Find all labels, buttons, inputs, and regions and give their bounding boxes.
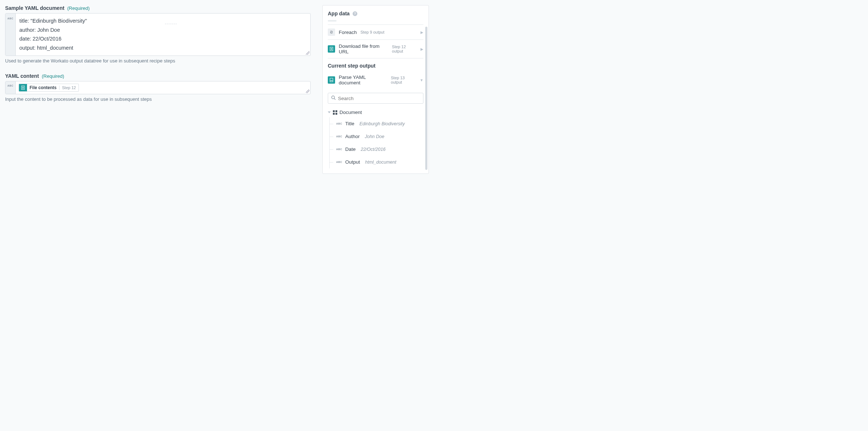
leaf-name: Author [345, 134, 360, 139]
parse-yaml-title: Parse YAML document [339, 75, 387, 85]
required-tag: (Required) [67, 5, 89, 11]
svg-line-11 [334, 99, 336, 100]
tree-root-label: Document [339, 110, 362, 115]
foreach-step: Step 9 output [361, 30, 384, 34]
abc-type-icon: ABC [5, 14, 16, 56]
file-contents-pill[interactable]: File contents Step 12 [19, 84, 79, 92]
app-data-header: App data [328, 11, 350, 16]
yaml-content-help: Input the content to be processed as dat… [5, 96, 311, 102]
parse-yaml-step: Step 13 output [391, 76, 416, 84]
resize-handle-icon[interactable] [306, 89, 310, 93]
leaf-value: html_document [365, 160, 396, 165]
download-file-title: Download file from URL [339, 43, 388, 54]
abc-type-icon: ABC [336, 161, 342, 163]
search-icon [331, 95, 336, 101]
object-icon [333, 110, 337, 115]
leaf-value: Edinburgh Biodiversity [360, 121, 405, 126]
tree-leaf-author[interactable]: ABC Author John Doe [332, 130, 423, 143]
tree-leaf-output[interactable]: ABC Output html_document [332, 156, 423, 168]
abc-type-icon: ABC [336, 122, 342, 125]
scrollbar[interactable] [425, 27, 427, 170]
leaf-name: Output [345, 159, 360, 165]
sample-yaml-help: Used to generate the Workato output data… [5, 58, 311, 64]
abc-type-icon: ABC [336, 135, 342, 138]
download-file-step: Step 12 output [392, 45, 417, 53]
yaml-content-label: YAML content (Required) [5, 73, 311, 79]
svg-point-10 [332, 96, 335, 99]
tree-leaf-title[interactable]: ABC Title Edinburgh Biodiversity [332, 117, 423, 130]
loop-icon [328, 28, 335, 36]
skeleton-bar [328, 20, 337, 22]
tree-leaf-date[interactable]: ABC Date 22/Oct/2016 [332, 143, 423, 156]
abc-type-icon: ABC [5, 81, 16, 94]
sample-yaml-input-row[interactable]: ABC [5, 13, 311, 56]
file-icon [19, 84, 27, 92]
current-step-header: Current step output [328, 63, 423, 69]
svg-text:YAML: YAML [330, 80, 333, 81]
tree-root-document[interactable]: Document [328, 108, 423, 117]
leaf-name: Date [345, 146, 356, 152]
leaf-value: 22/Oct/2016 [361, 147, 385, 152]
parse-yaml-row[interactable]: YAML Parse YAML document Step 13 output … [328, 71, 423, 89]
pill-label: File contents [27, 85, 59, 90]
connector-line [165, 24, 177, 24]
leaf-value: John Doe [365, 134, 384, 139]
file-icon [328, 45, 335, 53]
chevron-right-icon: ▶ [420, 47, 423, 51]
sample-yaml-label: Sample YAML document (Required) [5, 5, 311, 11]
chevron-down-icon [328, 111, 331, 113]
search-row[interactable] [328, 93, 423, 104]
yaml-icon: YAML [328, 76, 335, 84]
search-input[interactable] [338, 96, 420, 101]
yaml-content-input-row[interactable]: ABC File contents Step 12 [5, 81, 311, 94]
leaf-name: Title [345, 121, 354, 126]
chevron-right-icon: ▶ [420, 30, 423, 34]
sample-yaml-textarea[interactable] [16, 14, 310, 56]
foreach-title: Foreach [339, 30, 357, 35]
foreach-row[interactable]: Foreach Step 9 output ▶ [328, 25, 423, 39]
required-tag: (Required) [42, 73, 64, 79]
app-data-panel: App data ? Foreach Step 9 output ▶ Downl… [322, 5, 429, 174]
help-icon[interactable]: ? [353, 11, 357, 16]
download-file-row[interactable]: Download file from URL Step 12 output ▶ [328, 40, 423, 58]
chevron-down-icon: ▼ [420, 78, 423, 82]
pill-step: Step 12 [59, 85, 78, 90]
resize-handle-icon[interactable] [306, 51, 310, 55]
abc-type-icon: ABC [336, 148, 342, 150]
